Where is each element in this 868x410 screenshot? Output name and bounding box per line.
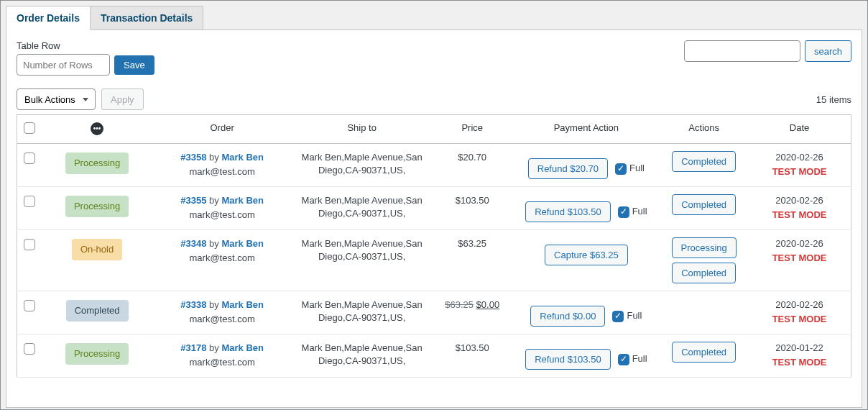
ship-to: Mark Ben,Maple Avenue,San Diego,CA-90371… [292,230,432,291]
table-row: On-hold#3348 by Mark Benmark@test.comMar… [17,230,851,291]
header-order: Order [152,115,292,144]
date-value: 2020-02-26 [775,152,823,163]
full-checkbox-label[interactable]: Full [615,162,645,175]
payment-action-button[interactable]: Refund $103.50 [525,201,611,222]
payment-action-button[interactable]: Refund $103.50 [525,349,611,370]
date-value: 2020-02-26 [775,299,823,310]
tab-order-details[interactable]: Order Details [6,6,91,30]
header-ship-to: Ship to [292,115,432,144]
ship-to: Mark Ben,Maple Avenue,San Diego,CA-90371… [292,334,432,378]
status-badge: On-hold [72,239,122,260]
search-button[interactable]: search [805,40,851,62]
order-email: mark@test.com [158,356,287,369]
header-actions: Actions [660,115,748,144]
full-label: Full [632,352,647,365]
full-checkbox[interactable] [612,311,624,322]
price-cell: $103.50 [432,187,513,230]
order-email: mark@test.com [158,313,287,326]
full-label: Full [632,205,647,218]
row-checkbox[interactable] [24,343,35,355]
by-text: by [209,238,219,249]
full-label: Full [627,309,642,322]
full-checkbox[interactable] [618,354,629,365]
test-mode-label: TEST MODE [754,209,845,222]
action-button[interactable]: Completed [672,151,736,172]
order-link[interactable]: #3348 [180,238,206,249]
payment-action-button[interactable]: Capture $63.25 [545,245,628,265]
select-all-checkbox[interactable] [24,122,35,134]
order-email: mark@test.com [158,209,287,222]
order-link[interactable]: #3338 [180,299,206,310]
number-of-rows-input[interactable] [17,54,110,76]
order-email: mark@test.com [158,165,287,178]
header-price: Price [432,115,513,144]
price-cell: $20.70 [432,144,513,187]
test-mode-label: TEST MODE [754,165,845,178]
save-button[interactable]: Save [114,55,154,75]
ship-to: Mark Ben,Maple Avenue,San Diego,CA-90371… [292,291,432,334]
author-link[interactable]: Mark Ben [221,342,264,353]
full-checkbox[interactable] [618,206,629,218]
orders-table: ••• Order Ship to Price Payment Action A… [17,114,851,378]
author-link[interactable]: Mark Ben [221,195,264,206]
status-badge: Processing [65,196,129,217]
price-cell: $63.25 $0.00 [432,291,513,334]
full-checkbox-label[interactable]: Full [618,205,647,218]
payment-action-button[interactable]: Refund $20.70 [528,158,608,179]
by-text: by [209,299,219,310]
table-row-label: Table Row [17,40,154,51]
action-button[interactable]: Completed [672,263,736,283]
author-link[interactable]: Mark Ben [221,152,264,163]
price-cell: $103.50 [432,334,513,378]
status-badge: Completed [66,300,129,322]
test-mode-label: TEST MODE [754,313,845,326]
header-payment-action: Payment Action [513,115,660,144]
table-row: Completed#3338 by Mark Benmark@test.comM… [17,291,851,334]
row-checkbox[interactable] [24,196,35,207]
full-checkbox-label[interactable]: Full [618,352,647,365]
row-checkbox[interactable] [24,300,35,311]
test-mode-label: TEST MODE [754,252,845,265]
row-checkbox[interactable] [24,152,35,164]
apply-button[interactable]: Apply [101,88,144,110]
author-link[interactable]: Mark Ben [221,238,264,249]
action-button[interactable]: Completed [672,194,736,215]
order-link[interactable]: #3178 [180,342,206,353]
bulk-actions-select[interactable]: Bulk Actions [17,88,96,110]
status-badge: Processing [65,343,129,365]
action-button[interactable]: Completed [672,342,736,363]
table-row: Processing#3355 by Mark Benmark@test.com… [17,187,851,230]
ship-to: Mark Ben,Maple Avenue,San Diego,CA-90371… [292,144,432,187]
order-link[interactable]: #3355 [180,195,206,206]
date-value: 2020-02-26 [775,195,823,206]
full-label: Full [629,162,645,175]
order-link[interactable]: #3358 [180,152,206,163]
order-email: mark@test.com [158,252,287,265]
by-text: by [209,152,219,163]
tab-transaction-details[interactable]: Transaction Details [91,6,203,30]
row-checkbox[interactable] [24,239,35,250]
by-text: by [209,342,219,353]
full-checkbox[interactable] [615,163,627,175]
by-text: by [209,195,219,206]
header-date: Date [748,115,851,144]
price-cell: $63.25 [432,230,513,291]
test-mode-label: TEST MODE [754,356,845,369]
table-row: Processing#3358 by Mark Benmark@test.com… [17,144,851,187]
date-value: 2020-01-22 [775,342,823,353]
action-button[interactable]: Processing [672,237,737,258]
author-link[interactable]: Mark Ben [221,299,264,310]
payment-action-button[interactable]: Refund $0.00 [530,306,605,327]
table-row: Processing#3178 by Mark Benmark@test.com… [17,334,851,378]
search-input[interactable] [684,40,800,62]
date-value: 2020-02-26 [775,238,823,249]
full-checkbox-label[interactable]: Full [612,309,642,322]
items-count: 15 items [816,94,851,105]
status-toggle-icon[interactable]: ••• [91,122,103,135]
status-badge: Processing [65,152,129,174]
ship-to: Mark Ben,Maple Avenue,San Diego,CA-90371… [292,187,432,230]
